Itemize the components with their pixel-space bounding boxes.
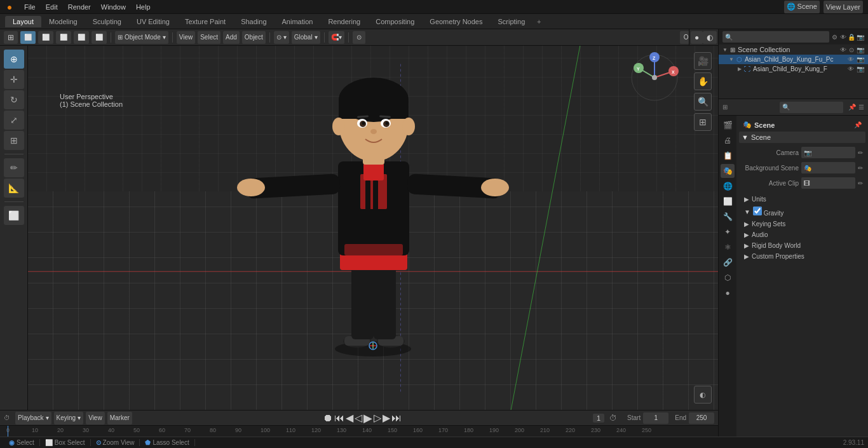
- item-eye-icon[interactable]: 👁: [848, 56, 854, 63]
- props-search-input[interactable]: [780, 102, 843, 113]
- keying-dropdown[interactable]: Keying▾: [54, 412, 84, 424]
- skip-end-btn[interactable]: ⏭: [391, 412, 402, 424]
- item-camera-icon[interactable]: 📷: [857, 56, 864, 63]
- view-layer-props-icon[interactable]: 📋: [721, 149, 735, 163]
- viewport-overlay-btn[interactable]: ◐: [703, 31, 717, 44]
- playback-dropdown[interactable]: Playback▾: [15, 412, 51, 424]
- play-btn[interactable]: ▶: [363, 411, 372, 425]
- annotate-tool-btn[interactable]: ✏: [4, 158, 24, 177]
- object-menu[interactable]: Object: [242, 31, 266, 44]
- data-props-icon[interactable]: ⬡: [721, 271, 735, 285]
- bg-scene-edit-icon[interactable]: ✏: [858, 165, 863, 172]
- camera-value-btn[interactable]: 📷: [801, 147, 855, 158]
- snapping-dropdown[interactable]: 🧲▾: [329, 31, 344, 44]
- armature-eye-icon[interactable]: 👁: [848, 65, 854, 72]
- viewport-shade-btn[interactable]: ●: [691, 31, 703, 44]
- scene-collection-item[interactable]: ▼ ⊞ Scene Collection 👁 ⊙ 📷: [719, 44, 868, 55]
- move-tool-btn[interactable]: ✛: [4, 70, 24, 89]
- outliner-camera-icon[interactable]: 📷: [857, 46, 864, 53]
- select-mode-btn1[interactable]: ⬜: [20, 31, 36, 44]
- select-menu[interactable]: Select: [198, 31, 220, 44]
- view-layer-dropdown[interactable]: View Layer: [824, 1, 863, 13]
- tab-modeling[interactable]: Modeling: [41, 16, 85, 27]
- select-mode-btn3[interactable]: ⬜: [56, 31, 71, 44]
- gravity-checkbox[interactable]: [753, 207, 762, 215]
- prev-keyframe-btn[interactable]: ◁: [355, 412, 362, 424]
- add-workspace-button[interactable]: +: [532, 15, 545, 28]
- view-menu[interactable]: View: [177, 31, 196, 44]
- menu-window[interactable]: Window: [96, 2, 131, 12]
- tab-sculpting[interactable]: Sculpting: [85, 16, 129, 27]
- render-engine-dropdown[interactable]: 🌐 Scene: [784, 1, 820, 13]
- outliner-eye-icon[interactable]: 👁: [840, 46, 846, 53]
- skip-start-btn[interactable]: ⏮: [334, 412, 344, 424]
- fps-icon[interactable]: ⏱: [607, 414, 620, 423]
- asian-child-boy-item[interactable]: ▼ ⬡ Asian_Child_Boy_Kung_Fu_Pc 👁 📷: [719, 55, 868, 64]
- object-mode-dropdown[interactable]: ⊞ Object Mode ▾: [115, 31, 168, 44]
- audio-section[interactable]: ▶ Audio: [739, 229, 865, 240]
- outliner-select-icon[interactable]: ⊙: [849, 46, 854, 53]
- object-props-icon[interactable]: ⬜: [721, 194, 735, 208]
- proportional-edit-btn[interactable]: ⊙: [353, 31, 365, 44]
- outliner-view-icon-2[interactable]: 🔒: [848, 34, 855, 41]
- menu-render[interactable]: Render: [63, 2, 96, 12]
- modifier-props-icon[interactable]: 🔧: [721, 210, 735, 224]
- step-forward-btn[interactable]: ▶: [383, 412, 390, 424]
- custom-props-section[interactable]: ▶ Custom Properties: [739, 251, 865, 262]
- material-props-icon[interactable]: ●: [721, 286, 735, 300]
- world-props-icon[interactable]: 🌐: [721, 179, 735, 193]
- add-object-btn[interactable]: ⬜: [4, 206, 24, 225]
- asian-child-armature-item[interactable]: ▶ ⛶ Asian_Child_Boy_Kung_F 👁 📷: [719, 64, 868, 74]
- rotate-tool-btn[interactable]: ↻: [4, 90, 24, 109]
- select-mode-btn4[interactable]: ⬜: [74, 31, 89, 44]
- armature-camera-icon[interactable]: 📷: [857, 65, 864, 72]
- active-clip-edit-icon[interactable]: ✏: [858, 180, 863, 187]
- tab-rendering[interactable]: Rendering: [320, 16, 368, 27]
- nav-local-btn[interactable]: ⊞: [694, 113, 712, 131]
- gravity-section[interactable]: ▼ Gravity: [739, 205, 865, 219]
- scale-tool-btn[interactable]: ⤢: [4, 111, 24, 130]
- rigid-body-section[interactable]: ▶ Rigid Body World: [739, 240, 865, 251]
- tab-uv-editing[interactable]: UV Editing: [129, 16, 177, 27]
- tab-scripting[interactable]: Scripting: [490, 16, 532, 27]
- cursor-tool-btn[interactable]: ⊕: [4, 50, 24, 69]
- outliner-view-icon-1[interactable]: 👁: [840, 34, 846, 41]
- start-frame-input[interactable]: 1: [643, 412, 668, 424]
- transform-pivot-dropdown[interactable]: ⊙▾: [274, 31, 289, 44]
- constraints-props-icon[interactable]: 🔗: [721, 255, 735, 269]
- menu-help[interactable]: Help: [131, 2, 156, 12]
- physics-props-icon[interactable]: ⚛: [721, 240, 735, 254]
- menu-edit[interactable]: Edit: [41, 2, 63, 12]
- props-pin-icon[interactable]: 📌: [848, 104, 856, 111]
- menu-file[interactable]: File: [19, 2, 41, 12]
- tab-animation[interactable]: Animation: [275, 16, 321, 27]
- select-mode-btn5[interactable]: ⬜: [92, 31, 107, 44]
- nav-overlay-btn[interactable]: ◐: [694, 386, 712, 404]
- tab-texture-paint[interactable]: Texture Paint: [177, 16, 233, 27]
- next-keyframe-btn[interactable]: ▷: [374, 412, 381, 424]
- scene-props-icon[interactable]: 🎭: [721, 164, 735, 178]
- marker-dropdown[interactable]: Marker: [107, 412, 132, 424]
- tab-compositing[interactable]: Compositing: [368, 16, 422, 27]
- scene-section-header[interactable]: ▼ Scene: [739, 132, 865, 143]
- units-section[interactable]: ▶ Units: [739, 194, 865, 205]
- nav-zoom-btn[interactable]: 🔍: [694, 93, 712, 111]
- props-menu-icon[interactable]: ☰: [858, 104, 864, 111]
- current-frame-display[interactable]: 1: [593, 414, 604, 423]
- nav-pan-btn[interactable]: ✋: [694, 72, 712, 90]
- outliner-search-input[interactable]: [722, 31, 829, 43]
- outliner-filter-btn[interactable]: ⚙: [832, 34, 837, 41]
- particles-props-icon[interactable]: ✦: [721, 225, 735, 239]
- timeline-view-dropdown[interactable]: View: [86, 412, 105, 424]
- keying-sets-section[interactable]: ▶ Keying Sets: [739, 219, 865, 229]
- output-props-icon[interactable]: 🖨: [721, 133, 735, 147]
- bg-scene-value-btn[interactable]: 🎭: [801, 162, 855, 173]
- transform-tool-btn[interactable]: ⊞: [4, 131, 24, 150]
- scene-props-pin[interactable]: 📌: [854, 121, 862, 128]
- tab-shading[interactable]: Shading: [233, 16, 274, 27]
- nav-perspective-btn[interactable]: 🎥: [694, 52, 712, 70]
- record-btn[interactable]: ⏺: [323, 412, 333, 424]
- end-frame-input[interactable]: 250: [689, 412, 714, 424]
- select-mode-btn2[interactable]: ⬜: [38, 31, 53, 44]
- outliner-view-icon-3[interactable]: 📷: [857, 34, 864, 41]
